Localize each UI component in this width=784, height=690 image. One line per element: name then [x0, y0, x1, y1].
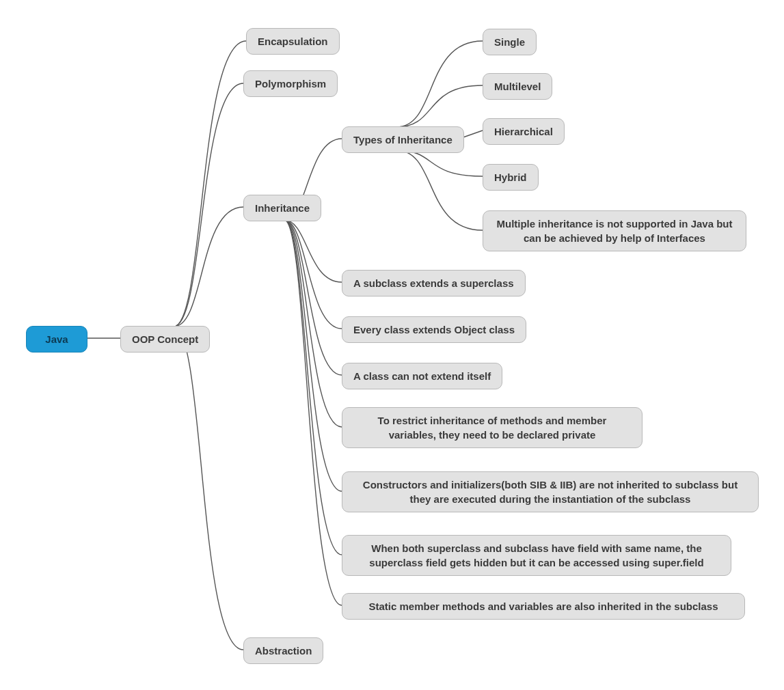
node-label: When both superclass and subclass have f… [369, 542, 703, 568]
node-class-cannot-extend-itself[interactable]: A class can not extend itself [342, 363, 502, 389]
node-constructors-initializers[interactable]: Constructors and initializers(both SIB &… [342, 471, 759, 512]
node-label: OOP Concept [132, 333, 198, 345]
node-abstraction[interactable]: Abstraction [243, 637, 323, 664]
node-label: Abstraction [255, 645, 312, 657]
node-label: A subclass extends a superclass [353, 277, 514, 289]
node-subclass-extends-superclass[interactable]: A subclass extends a superclass [342, 270, 526, 296]
node-label: Multilevel [494, 81, 541, 92]
node-label: Inheritance [255, 202, 310, 214]
node-label: Static member methods and variables are … [368, 601, 718, 612]
node-label: A class can not extend itself [353, 370, 491, 382]
node-inheritance[interactable]: Inheritance [243, 195, 321, 221]
node-single[interactable]: Single [483, 29, 537, 55]
node-label: Types of Inheritance [353, 134, 452, 146]
node-label: Polymorphism [255, 78, 326, 89]
node-label: Multiple inheritance is not supported in… [496, 218, 732, 244]
node-label: Single [494, 36, 525, 48]
node-restrict-private[interactable]: To restrict inheritance of methods and m… [342, 407, 643, 448]
node-label: Constructors and initializers(both SIB &… [363, 479, 738, 505]
node-multiple-not-supported[interactable]: Multiple inheritance is not supported in… [483, 210, 746, 251]
node-polymorphism[interactable]: Polymorphism [243, 70, 338, 97]
node-oop-concept[interactable]: OOP Concept [120, 326, 210, 353]
node-encapsulation[interactable]: Encapsulation [246, 28, 340, 55]
node-label: Encapsulation [258, 36, 328, 47]
node-same-name-field[interactable]: When both superclass and subclass have f… [342, 535, 731, 576]
node-label: Every class extends Object class [353, 324, 515, 335]
node-label: To restrict inheritance of methods and m… [378, 415, 607, 441]
node-label: Hierarchical [494, 126, 553, 137]
node-multilevel[interactable]: Multilevel [483, 73, 552, 100]
node-hierarchical[interactable]: Hierarchical [483, 118, 565, 145]
node-label: Java [45, 333, 68, 345]
node-every-class-extends-object[interactable]: Every class extends Object class [342, 316, 526, 343]
node-java[interactable]: Java [26, 326, 87, 353]
node-static-inherited[interactable]: Static member methods and variables are … [342, 593, 745, 620]
node-hybrid[interactable]: Hybrid [483, 164, 539, 191]
node-label: Hybrid [494, 171, 527, 183]
connector-lines [0, 0, 784, 690]
node-types-of-inheritance[interactable]: Types of Inheritance [342, 126, 464, 153]
